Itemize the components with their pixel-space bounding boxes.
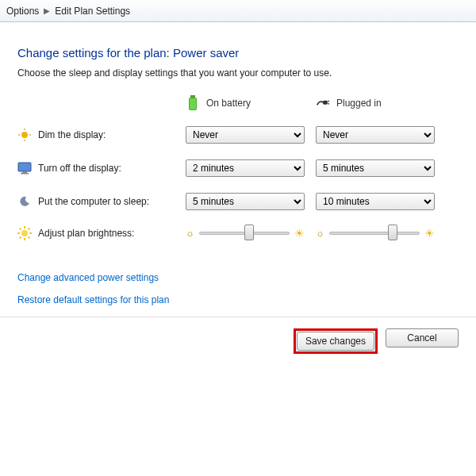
row-brightness-label: Adjust plan brightness: [17, 226, 182, 240]
svg-line-21 [20, 237, 21, 239]
cancel-button[interactable]: Cancel [386, 328, 459, 347]
brightness-battery-slider[interactable] [199, 226, 290, 240]
row-sleep-text: Put the computer to sleep: [38, 196, 149, 207]
row-turnoff-text: Turn off the display: [38, 163, 121, 174]
save-button-highlight: Save changes [294, 328, 378, 354]
sun-high-icon: ☀ [424, 227, 435, 240]
page-title: Change settings for the plan: Power save… [17, 46, 459, 60]
breadcrumb-item-edit-plan[interactable]: Edit Plan Settings [52, 6, 133, 17]
links-section: Change advanced power settings Restore d… [17, 272, 459, 305]
turnoff-plugged-select[interactable]: 5 minutes [316, 159, 435, 177]
svg-rect-12 [22, 171, 27, 173]
footer-buttons: Save changes Cancel [0, 317, 476, 365]
plug-icon [316, 96, 330, 110]
dim-plugged-select[interactable]: Never [316, 126, 435, 144]
brightness-battery-slider-cell: ☼ ☀ [186, 226, 305, 240]
brightness-icon [17, 226, 32, 240]
column-header-battery-label: On battery [206, 98, 251, 109]
dim-icon [17, 128, 32, 142]
svg-line-19 [20, 228, 21, 230]
sleep-plugged-select[interactable]: 10 minutes [316, 193, 435, 210]
svg-point-14 [21, 230, 28, 236]
sun-low-icon: ☼ [186, 228, 194, 239]
brightness-plugged-slider[interactable] [329, 226, 420, 240]
battery-icon [186, 96, 200, 110]
svg-line-22 [29, 228, 30, 230]
main-content: Change settings for the plan: Power save… [0, 22, 476, 305]
svg-rect-0 [190, 95, 195, 98]
advanced-settings-link[interactable]: Change advanced power settings [17, 272, 459, 283]
chevron-right-icon: ▶ [42, 6, 52, 15]
column-header-plugged: Plugged in [316, 96, 443, 110]
turnoff-battery-select[interactable]: 2 minutes [186, 159, 305, 177]
row-dim-text: Dim the display: [38, 129, 106, 140]
sun-low-icon: ☼ [316, 228, 324, 239]
display-icon [17, 161, 32, 175]
save-button[interactable]: Save changes [297, 332, 374, 351]
sleep-battery-select[interactable]: 5 minutes [186, 193, 305, 210]
svg-rect-2 [190, 98, 196, 109]
svg-rect-3 [323, 101, 328, 105]
settings-grid: On battery Plugged in Dim the display: N… [17, 96, 459, 240]
row-turnoff-label: Turn off the display: [17, 161, 182, 175]
column-header-battery: On battery [186, 96, 313, 110]
row-dim-label: Dim the display: [17, 128, 182, 142]
sun-high-icon: ☀ [294, 227, 305, 240]
svg-rect-13 [21, 173, 29, 175]
brightness-plugged-slider-cell: ☼ ☀ [316, 226, 435, 240]
row-sleep-label: Put the computer to sleep: [17, 194, 182, 209]
column-header-plugged-label: Plugged in [336, 98, 382, 109]
breadcrumb-item-options[interactable]: Options [3, 6, 42, 17]
svg-rect-11 [18, 163, 31, 171]
dim-battery-select[interactable]: Never [186, 126, 305, 144]
restore-defaults-link[interactable]: Restore default settings for this plan [17, 294, 459, 305]
breadcrumb: Options ▶ Edit Plan Settings [0, 0, 476, 22]
svg-point-6 [21, 132, 28, 138]
row-brightness-text: Adjust plan brightness: [38, 228, 134, 239]
svg-line-20 [29, 237, 30, 239]
sleep-icon [17, 194, 32, 209]
page-description: Choose the sleep and display settings th… [17, 67, 459, 79]
